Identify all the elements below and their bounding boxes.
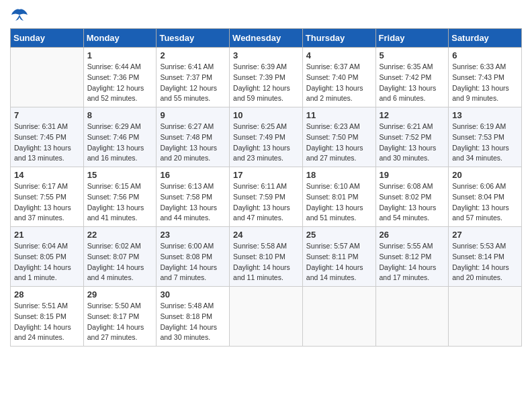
day-number: 4 [306,50,372,60]
day-header-saturday: Saturday [449,29,522,48]
day-info: Sunrise: 6:25 AM Sunset: 7:49 PM Dayligh… [233,122,299,164]
day-number: 28 [14,289,80,300]
calendar-cell: 6 Sunrise: 6:33 AM Sunset: 7:43 PM Dayli… [449,48,522,107]
week-row-3: 14 Sunrise: 6:17 AM Sunset: 7:55 PM Dayl… [11,167,522,227]
day-number: 6 [452,50,518,60]
day-number: 27 [452,230,518,240]
day-number: 15 [87,170,153,180]
calendar-cell: 1 Sunrise: 6:44 AM Sunset: 7:36 PM Dayli… [83,48,157,107]
calendar-cell: 5 Sunrise: 6:35 AM Sunset: 7:42 PM Dayli… [375,48,449,107]
day-info: Sunrise: 6:13 AM Sunset: 7:58 PM Dayligh… [160,181,226,224]
calendar-cell [449,287,522,347]
calendar-cell: 23 Sunrise: 6:00 AM Sunset: 8:08 PM Dayl… [157,227,230,287]
day-info: Sunrise: 6:35 AM Sunset: 7:42 PM Dayligh… [380,62,445,104]
day-info: Sunrise: 5:57 AM Sunset: 8:11 PM Dayligh… [306,241,372,283]
calendar-cell: 12 Sunrise: 6:21 AM Sunset: 7:52 PM Dayl… [375,107,449,167]
calendar-cell: 20 Sunrise: 6:06 AM Sunset: 8:04 PM Dayl… [449,167,522,227]
day-info: Sunrise: 6:02 AM Sunset: 8:07 PM Dayligh… [87,241,153,283]
calendar-cell: 18 Sunrise: 6:10 AM Sunset: 8:01 PM Dayl… [302,167,375,227]
calendar-cell: 29 Sunrise: 5:50 AM Sunset: 8:17 PM Dayl… [83,287,157,347]
day-info: Sunrise: 5:50 AM Sunset: 8:17 PM Dayligh… [87,301,153,343]
day-number: 23 [160,230,226,240]
day-header-wednesday: Wednesday [230,29,303,48]
week-row-1: 1 Sunrise: 6:44 AM Sunset: 7:36 PM Dayli… [11,48,522,107]
calendar-cell: 25 Sunrise: 5:57 AM Sunset: 8:11 PM Dayl… [302,227,375,287]
day-info: Sunrise: 5:48 AM Sunset: 8:18 PM Dayligh… [160,301,226,343]
calendar-cell [375,287,449,347]
day-info: Sunrise: 6:06 AM Sunset: 8:04 PM Dayligh… [452,181,518,224]
day-info: Sunrise: 6:41 AM Sunset: 7:37 PM Dayligh… [160,62,226,104]
day-info: Sunrise: 6:19 AM Sunset: 7:53 PM Dayligh… [452,122,518,164]
calendar-cell: 13 Sunrise: 6:19 AM Sunset: 7:53 PM Dayl… [449,107,522,167]
day-info: Sunrise: 6:15 AM Sunset: 7:56 PM Dayligh… [87,181,153,224]
calendar-cell: 27 Sunrise: 5:53 AM Sunset: 8:14 PM Dayl… [449,227,522,287]
day-number: 17 [233,170,299,180]
calendar-cell: 9 Sunrise: 6:27 AM Sunset: 7:48 PM Dayli… [157,107,230,167]
day-info: Sunrise: 5:58 AM Sunset: 8:10 PM Dayligh… [233,241,299,283]
calendar-cell: 22 Sunrise: 6:02 AM Sunset: 8:07 PM Dayl… [83,227,157,287]
logo [10,7,32,23]
calendar-cell: 7 Sunrise: 6:31 AM Sunset: 7:45 PM Dayli… [11,107,84,167]
calendar-cell: 2 Sunrise: 6:41 AM Sunset: 7:37 PM Dayli… [157,48,230,107]
calendar-cell: 26 Sunrise: 5:55 AM Sunset: 8:12 PM Dayl… [375,227,449,287]
day-info: Sunrise: 6:29 AM Sunset: 7:46 PM Dayligh… [87,122,153,164]
calendar-cell: 10 Sunrise: 6:25 AM Sunset: 7:49 PM Dayl… [230,107,303,167]
day-number: 5 [380,50,445,60]
calendar-table: SundayMondayTuesdayWednesdayThursdayFrid… [10,28,522,347]
logo-bird-icon [10,7,29,23]
calendar-cell: 30 Sunrise: 5:48 AM Sunset: 8:18 PM Dayl… [157,287,230,347]
day-number: 14 [14,170,80,180]
day-number: 8 [87,110,153,120]
calendar-cell: 15 Sunrise: 6:15 AM Sunset: 7:56 PM Dayl… [83,167,157,227]
calendar-cell: 19 Sunrise: 6:08 AM Sunset: 8:02 PM Dayl… [375,167,449,227]
calendar-cell: 24 Sunrise: 5:58 AM Sunset: 8:10 PM Dayl… [230,227,303,287]
day-number: 20 [452,170,518,180]
day-info: Sunrise: 6:44 AM Sunset: 7:36 PM Dayligh… [87,62,153,104]
calendar-cell: 16 Sunrise: 6:13 AM Sunset: 7:58 PM Dayl… [157,167,230,227]
calendar-cell: 21 Sunrise: 6:04 AM Sunset: 8:05 PM Dayl… [11,227,84,287]
calendar-cell [302,287,375,347]
day-number: 25 [306,230,372,240]
day-number: 21 [14,230,80,240]
day-header-monday: Monday [83,29,157,48]
day-info: Sunrise: 6:39 AM Sunset: 7:39 PM Dayligh… [233,62,299,104]
day-number: 7 [14,110,80,120]
day-number: 9 [160,110,226,120]
day-info: Sunrise: 6:11 AM Sunset: 7:59 PM Dayligh… [233,181,299,224]
calendar-header-row: SundayMondayTuesdayWednesdayThursdayFrid… [11,29,522,48]
calendar-cell: 17 Sunrise: 6:11 AM Sunset: 7:59 PM Dayl… [230,167,303,227]
day-info: Sunrise: 6:23 AM Sunset: 7:50 PM Dayligh… [306,122,372,164]
day-info: Sunrise: 6:37 AM Sunset: 7:40 PM Dayligh… [306,62,372,104]
day-number: 2 [160,50,226,60]
day-number: 18 [306,170,372,180]
day-number: 29 [87,289,153,300]
day-info: Sunrise: 6:08 AM Sunset: 8:02 PM Dayligh… [380,181,445,224]
day-number: 11 [306,110,372,120]
day-number: 22 [87,230,153,240]
day-header-thursday: Thursday [302,29,375,48]
calendar-cell [11,48,84,107]
day-info: Sunrise: 6:00 AM Sunset: 8:08 PM Dayligh… [160,241,226,283]
day-number: 30 [160,289,226,300]
day-number: 3 [233,50,299,60]
calendar-cell: 14 Sunrise: 6:17 AM Sunset: 7:55 PM Dayl… [11,167,84,227]
day-header-friday: Friday [375,29,449,48]
day-number: 24 [233,230,299,240]
day-info: Sunrise: 6:04 AM Sunset: 8:05 PM Dayligh… [14,241,80,283]
day-header-sunday: Sunday [11,29,84,48]
day-info: Sunrise: 5:55 AM Sunset: 8:12 PM Dayligh… [380,241,445,283]
day-number: 10 [233,110,299,120]
day-number: 12 [380,110,445,120]
day-number: 13 [452,110,518,120]
day-number: 1 [87,50,153,60]
day-info: Sunrise: 5:53 AM Sunset: 8:14 PM Dayligh… [452,241,518,283]
header [10,7,522,23]
day-header-tuesday: Tuesday [157,29,230,48]
day-info: Sunrise: 6:21 AM Sunset: 7:52 PM Dayligh… [380,122,445,164]
calendar-cell: 11 Sunrise: 6:23 AM Sunset: 7:50 PM Dayl… [302,107,375,167]
calendar-body: 1 Sunrise: 6:44 AM Sunset: 7:36 PM Dayli… [11,48,522,347]
day-info: Sunrise: 6:10 AM Sunset: 8:01 PM Dayligh… [306,181,372,224]
week-row-4: 21 Sunrise: 6:04 AM Sunset: 8:05 PM Dayl… [11,227,522,287]
day-number: 16 [160,170,226,180]
calendar-cell: 8 Sunrise: 6:29 AM Sunset: 7:46 PM Dayli… [83,107,157,167]
